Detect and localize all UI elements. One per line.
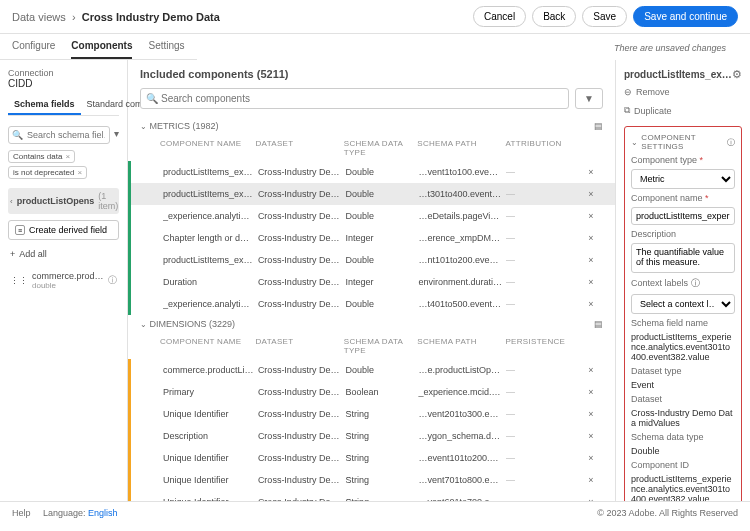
row-name: Primary [163, 387, 258, 397]
table-row[interactable]: Chapter length or duration Cross-Industr… [128, 227, 615, 249]
save-continue-button[interactable]: Save and continue [633, 6, 738, 27]
schema-field-item[interactable]: ⋮⋮ commerce.productLi… double ⓘ [8, 268, 119, 293]
col-dataset: DATASET [256, 139, 344, 157]
remove-row-icon[interactable]: × [579, 277, 603, 287]
info-icon[interactable]: ⓘ [691, 278, 700, 288]
unsaved-changes-text: There are unsaved changes [614, 43, 738, 53]
info-icon[interactable]: ⓘ [108, 274, 117, 287]
row-dataset: Cross-Industry Demo Dat… [258, 233, 346, 243]
cancel-button[interactable]: Cancel [473, 6, 526, 27]
search-icon: 🔍 [12, 130, 23, 140]
back-button[interactable]: Back [532, 6, 576, 27]
description-label: Description [631, 229, 735, 239]
columns-icon[interactable]: ▤ [594, 121, 603, 131]
info-icon[interactable]: ⓘ [727, 137, 735, 148]
table-row[interactable]: Unique Identifier Cross-Industry Demo Da… [128, 447, 615, 469]
row-name: Unique Identifier [163, 453, 258, 463]
schema-data-type-value: Double [631, 446, 735, 456]
help-link[interactable]: Help [12, 508, 31, 518]
row-path: …vent601to700.event614.id [418, 497, 506, 501]
chevron-down-icon: ⌄ [140, 122, 147, 131]
col-schema-data-type: SCHEMA DATA TYPE [344, 337, 418, 355]
remove-row-icon[interactable]: × [579, 453, 603, 463]
table-row[interactable]: _experience.analytics.ses… Cross-Industr… [128, 205, 615, 227]
dimensions-section-header[interactable]: ⌄ DIMENSIONS (3229) ▤ [128, 315, 615, 333]
context-labels-label: Context labels [631, 278, 688, 288]
table-row[interactable]: Unique Identifier Cross-Industry Demo Da… [128, 491, 615, 501]
row-type: Double [345, 211, 418, 221]
remove-row-icon[interactable]: × [579, 475, 603, 485]
component-id-label: Component ID [631, 460, 735, 470]
schema-fields-tab[interactable]: Schema fields [8, 95, 81, 115]
duplicate-icon: ⧉ [624, 105, 630, 116]
component-type-select[interactable]: Metric [631, 169, 735, 189]
metrics-section-header[interactable]: ⌄ METRICS (1982) ▤ [128, 117, 615, 135]
plus-icon: + [10, 249, 15, 259]
table-row[interactable]: productListItems_experie… Cross-Industry… [128, 183, 615, 205]
remove-row-icon[interactable]: × [579, 409, 603, 419]
tab-configure[interactable]: Configure [12, 34, 55, 59]
table-row[interactable]: Unique Identifier Cross-Industry Demo Da… [128, 403, 615, 425]
table-row[interactable]: Duration Cross-Industry Demo Dat… Intege… [128, 271, 615, 293]
filter-button[interactable]: ▼ [575, 88, 603, 109]
breadcrumb-parent[interactable]: Data views [12, 11, 66, 23]
save-button[interactable]: Save [582, 6, 627, 27]
remove-row-icon[interactable]: × [579, 255, 603, 265]
search-icon: 🔍 [146, 93, 158, 104]
schema-search-input[interactable] [8, 126, 110, 144]
copyright-text: © 2023 Adobe. All Rights Reserved [597, 508, 738, 518]
language-label: Language: [43, 508, 86, 518]
create-derived-field-button[interactable]: ≡ Create derived field [8, 220, 119, 240]
description-input[interactable]: The quantifiable value of this measure. [631, 243, 735, 273]
chip-remove-icon[interactable]: × [77, 168, 82, 177]
chevron-down-icon: ⌄ [140, 320, 147, 329]
row-name: Duration [163, 277, 258, 287]
filter-chip-not-deprecated[interactable]: is not deprecated× [8, 166, 87, 179]
component-settings-header[interactable]: ⌄COMPONENT SETTINGSⓘ [631, 133, 735, 151]
table-row[interactable]: _experience.analytics.eve… Cross-Industr… [128, 293, 615, 315]
columns-icon[interactable]: ▤ [594, 319, 603, 329]
table-row[interactable]: Primary Cross-Industry Demo Dat… Boolean… [128, 381, 615, 403]
table-row[interactable]: productListItems_experie… Cross-Industry… [128, 161, 615, 183]
table-row[interactable]: Unique Identifier Cross-Industry Demo Da… [128, 469, 615, 491]
chevron-down-icon: ⌄ [631, 138, 638, 147]
remove-row-icon[interactable]: × [579, 431, 603, 441]
duplicate-action[interactable]: ⧉Duplicate [624, 103, 742, 118]
remove-row-icon[interactable]: × [579, 233, 603, 243]
row-type: String [345, 453, 418, 463]
component-name-input[interactable] [631, 207, 735, 225]
components-search-input[interactable] [140, 88, 569, 109]
row-last: — [506, 409, 579, 419]
component-name-label: Component name [631, 193, 703, 203]
connection-value: CIDD [8, 78, 119, 89]
row-type: Double [345, 167, 418, 177]
component-id-value: productListItems_experience.analytics.ev… [631, 474, 735, 501]
filter-icon[interactable]: ▾ [114, 128, 119, 139]
row-last: — [506, 453, 579, 463]
remove-row-icon[interactable]: × [579, 189, 603, 199]
chip-remove-icon[interactable]: × [65, 152, 70, 161]
remove-row-icon[interactable]: × [579, 365, 603, 375]
language-link[interactable]: English [88, 508, 118, 518]
tab-components[interactable]: Components [71, 34, 132, 59]
row-name: Unique Identifier [163, 475, 258, 485]
table-row[interactable]: Description Cross-Industry Demo Dat… Str… [128, 425, 615, 447]
remove-row-icon[interactable]: × [579, 211, 603, 221]
remove-row-icon[interactable]: × [579, 299, 603, 309]
filter-chip-contains-data[interactable]: Contains data× [8, 150, 75, 163]
selected-field-row[interactable]: ‹ productListOpens (1 item) [8, 188, 119, 214]
gear-icon[interactable]: ⚙ [732, 68, 742, 81]
context-labels-select[interactable]: Select a context l… [631, 294, 735, 314]
remove-row-icon[interactable]: × [579, 497, 603, 501]
table-row[interactable]: commerce.productListOp… Cross-Industry D… [128, 359, 615, 381]
remove-row-icon[interactable]: × [579, 387, 603, 397]
row-dataset: Cross-Industry Demo Dat… [258, 211, 346, 221]
add-all-button[interactable]: + Add all [8, 246, 119, 262]
tab-settings[interactable]: Settings [148, 34, 184, 59]
row-path: …e.productListOpens.value [418, 365, 506, 375]
remove-row-icon[interactable]: × [579, 167, 603, 177]
table-row[interactable]: productListItems_experie… Cross-Industry… [128, 249, 615, 271]
row-name: _experience.analytics.eve… [163, 299, 258, 309]
row-type: Double [345, 365, 418, 375]
remove-action[interactable]: ⊖Remove [624, 85, 742, 99]
